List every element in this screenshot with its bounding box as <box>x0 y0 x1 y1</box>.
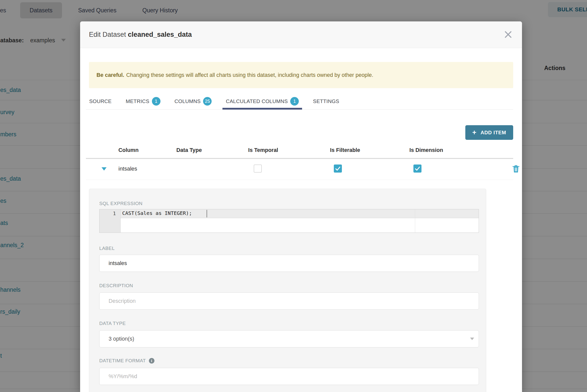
warning-bold: Be careful. <box>96 72 124 78</box>
column-header-is-filterable: Is Filterable <box>330 147 360 153</box>
tab-source[interactable]: SOURCE <box>86 93 115 109</box>
is-filterable-checkbox[interactable] <box>334 165 342 173</box>
editor-cursor <box>207 210 207 217</box>
tab-count-badge: 25 <box>203 97 212 106</box>
column-header-data-type: Data Type <box>176 147 202 153</box>
label-input[interactable] <box>99 255 479 272</box>
description-input[interactable] <box>99 292 479 310</box>
warning-banner: Be careful. Changing these settings will… <box>89 62 513 88</box>
chevron-down-icon <box>470 338 474 340</box>
warning-text: Changing these settings will affect all … <box>126 72 373 78</box>
datetime-format-input[interactable] <box>99 368 479 385</box>
sql-expression-editor[interactable]: 1 CAST(Sales as INTEGER); <box>99 209 479 233</box>
data-type-field-label: DATA TYPE <box>99 321 126 326</box>
modal-title-prefix: Edit Dataset <box>89 31 126 38</box>
tab-label: SOURCE <box>89 98 112 104</box>
modal-title: Edit Dataset cleaned_sales_data <box>89 31 192 39</box>
plus-icon: + <box>472 129 477 136</box>
column-header-is-dimension: Is Dimension <box>409 147 443 153</box>
modal-header: Edit Dataset cleaned_sales_data <box>80 21 522 48</box>
calculated-column-name: intsales <box>118 166 137 172</box>
tab-label: COLUMNS <box>175 98 201 104</box>
delete-trash-icon[interactable] <box>512 165 520 173</box>
checkmark-icon <box>414 166 420 172</box>
data-type-selected-value: 3 option(s) <box>109 336 134 342</box>
calculated-column-detail-panel: SQL EXPRESSION 1 CAST(Sales as INTEGER);… <box>89 189 486 392</box>
close-icon[interactable] <box>503 30 513 39</box>
tab-columns[interactable]: COLUMNS 25 <box>171 93 215 109</box>
datetime-format-label-text: DATETIME FORMAT <box>99 358 146 364</box>
is-temporal-checkbox[interactable] <box>254 165 262 173</box>
active-tab-underline <box>222 108 302 110</box>
is-dimension-checkbox[interactable] <box>413 165 421 173</box>
data-type-select[interactable]: 3 option(s) <box>99 330 479 347</box>
table-row-intsales: intsales <box>86 159 513 180</box>
tab-metrics[interactable]: METRICS 1 <box>122 93 164 109</box>
edit-dataset-modal: Edit Dataset cleaned_sales_data Be caref… <box>80 21 522 392</box>
datetime-format-field-label: DATETIME FORMAT i <box>99 358 154 364</box>
column-header-column: Column <box>118 147 139 153</box>
editor-print-margin <box>415 209 415 233</box>
add-item-button[interactable]: + ADD ITEM <box>465 125 513 140</box>
column-header-is-temporal: Is Temporal <box>248 147 278 153</box>
tab-settings[interactable]: SETTINGS <box>310 93 342 109</box>
screen: es Datasets Saved Queries Query History … <box>0 0 587 392</box>
tab-label: SETTINGS <box>313 98 339 104</box>
editor-gutter: 1 <box>100 209 121 233</box>
tab-label: METRICS <box>126 98 149 104</box>
expander-caret-icon[interactable] <box>102 167 107 171</box>
description-field-label: DESCRIPTION <box>99 283 133 288</box>
tab-calculated-columns[interactable]: CALCULATED COLUMNS 1 <box>222 93 302 109</box>
sql-expression-label: SQL EXPRESSION <box>99 201 143 206</box>
modal-title-dataset-name: cleaned_sales_data <box>128 31 192 38</box>
info-icon[interactable]: i <box>149 358 154 364</box>
tab-count-badge: 1 <box>290 97 299 106</box>
editor-line-number: 1 <box>113 210 116 216</box>
checkmark-icon <box>335 166 341 172</box>
label-field-label: LABEL <box>99 246 115 251</box>
add-item-label: ADD ITEM <box>481 130 506 136</box>
tab-label: CALCULATED COLUMNS <box>226 98 288 104</box>
modal-tabs: SOURCE METRICS 1 COLUMNS 25 CALCULATED C… <box>86 93 513 110</box>
tab-count-badge: 1 <box>152 97 160 106</box>
sql-expression-code: CAST(Sales as INTEGER); <box>122 210 192 216</box>
